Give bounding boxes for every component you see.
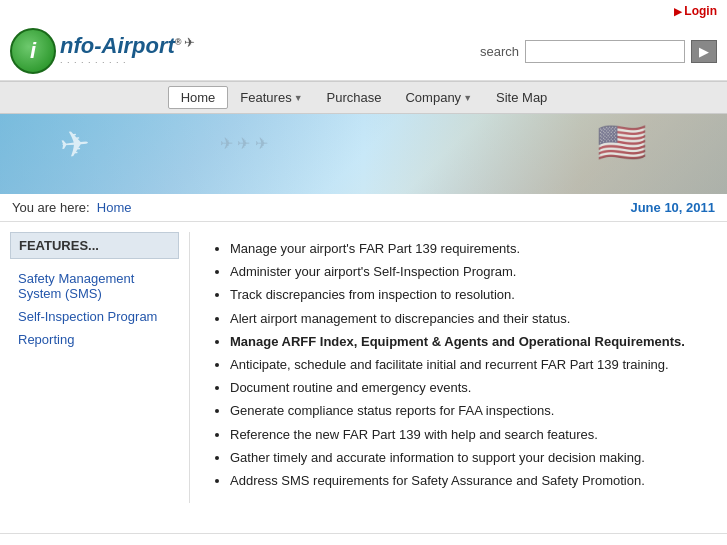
content-area: Manage your airport's FAR Part 139 requi… xyxy=(190,232,727,503)
sidebar-title: FEATURES... xyxy=(10,232,179,259)
feature-list: Manage your airport's FAR Part 139 requi… xyxy=(212,240,709,490)
logo-i-letter: i xyxy=(30,38,36,64)
nav-item-home[interactable]: Home xyxy=(168,86,229,109)
list-item: Manage ARFF Index, Equipment & Agents an… xyxy=(230,333,709,351)
breadcrumb-home-link[interactable]: Home xyxy=(97,200,132,215)
bullet-strong: Manage ARFF Index, Equipment & Agents an… xyxy=(230,334,685,349)
date-display: June 10, 2011 xyxy=(630,200,715,215)
banner-plane-icon: ✈ xyxy=(58,123,92,167)
logo-name: nfo-Airport® xyxy=(60,34,182,58)
sidebar-link-self-inspection[interactable]: Self-Inspection Program xyxy=(10,305,179,328)
nav-item-sitemap[interactable]: Site Map xyxy=(484,86,559,109)
nav-item-company[interactable]: Company ▼ xyxy=(393,86,484,109)
logo: i nfo-Airport® · · · · · · · · · · ✈ xyxy=(10,28,195,74)
header: i nfo-Airport® · · · · · · · · · · ✈ sea… xyxy=(0,22,727,81)
list-item: Alert airport management to discrepancie… xyxy=(230,310,709,328)
search-input[interactable] xyxy=(525,40,685,63)
search-label: search xyxy=(480,44,519,59)
list-item: Anticipate, schedule and facilitate init… xyxy=(230,356,709,374)
banner: ✈ ✈ ✈ ✈ 🇺🇸 xyxy=(0,114,727,194)
list-item: Document routine and emergency events. xyxy=(230,379,709,397)
list-item: Address SMS requirements for Safety Assu… xyxy=(230,472,709,490)
logo-icon: i xyxy=(10,28,56,74)
logo-plane-icon: ✈ xyxy=(184,35,195,50)
banner-jets-icon: ✈ ✈ ✈ xyxy=(220,134,268,153)
list-item: Gather timely and accurate information t… xyxy=(230,449,709,467)
login-link[interactable]: Login xyxy=(674,4,717,18)
breadcrumb-bar: You are here: Home June 10, 2011 xyxy=(0,194,727,222)
list-item: Reference the new FAR Part 139 with help… xyxy=(230,426,709,444)
logo-registered: ® xyxy=(175,37,182,47)
list-item: Administer your airport's Self-Inspectio… xyxy=(230,263,709,281)
banner-flag-icon: 🇺🇸 xyxy=(597,119,647,166)
top-bar: Login xyxy=(0,0,727,22)
search-button[interactable]: ▶ xyxy=(691,40,717,63)
company-arrow: ▼ xyxy=(463,93,472,103)
list-item: Generate compliance status reports for F… xyxy=(230,402,709,420)
search-area: search ▶ xyxy=(480,40,717,63)
sidebar-link-sms[interactable]: Safety Management System (SMS) xyxy=(10,267,179,305)
list-item: Track discrepancies from inspection to r… xyxy=(230,286,709,304)
list-item: Manage your airport's FAR Part 139 requi… xyxy=(230,240,709,258)
breadcrumb-prefix: You are here: xyxy=(12,200,90,215)
main-content: FEATURES... Safety Management System (SM… xyxy=(0,222,727,513)
sidebar: FEATURES... Safety Management System (SM… xyxy=(0,232,190,503)
features-arrow: ▼ xyxy=(294,93,303,103)
nav-item-purchase[interactable]: Purchase xyxy=(315,86,394,109)
nav-bar: Home Features ▼ Purchase Company ▼ Site … xyxy=(0,81,727,114)
footer: Home | Features | Purchase | Company | S… xyxy=(0,533,727,545)
sidebar-link-reporting[interactable]: Reporting xyxy=(10,328,179,351)
logo-subtitle: · · · · · · · · · · xyxy=(60,58,182,68)
breadcrumb: You are here: Home xyxy=(12,200,132,215)
nav-item-features[interactable]: Features ▼ xyxy=(228,86,314,109)
